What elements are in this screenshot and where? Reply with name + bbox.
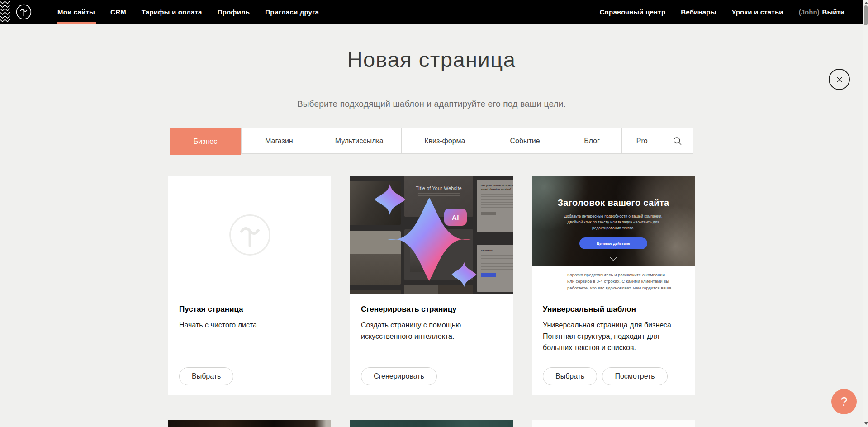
card-body: Сгенерировать страницу Создать страницу … xyxy=(350,294,513,395)
tab-multilink[interactable]: Мультиссылка xyxy=(317,128,402,153)
user-name: (John) xyxy=(799,8,820,16)
tab-pro[interactable]: Pro xyxy=(621,128,662,153)
template-card-partial[interactable] xyxy=(350,420,513,427)
template-category-tabs: Бизнес Магазин Мультиссылка Квиз-форма С… xyxy=(170,128,693,154)
secondary-nav: Справочный центр Вебинары Уроки и статьи… xyxy=(592,0,844,24)
tab-search[interactable] xyxy=(662,128,693,153)
main-nav: Мои сайты CRM Тарифы и оплата Профиль Пр… xyxy=(50,0,327,24)
zigzag-pattern xyxy=(0,0,10,24)
card-blank-page: Пустая страница Начать с чистого листа. … xyxy=(168,176,331,395)
triangle-up-icon xyxy=(864,2,868,4)
blank-page-preview[interactable] xyxy=(168,176,331,294)
close-button[interactable] xyxy=(829,69,850,90)
template-card-partial[interactable] xyxy=(532,420,695,427)
tab-blog[interactable]: Блог xyxy=(562,128,621,153)
template-cards-row: Пустая страница Начать с чистого листа. … xyxy=(168,176,695,395)
search-icon xyxy=(673,137,682,146)
card-universal-template: Заголовок вашего сайта Добавьте интересн… xyxy=(532,176,695,395)
nav-my-sites[interactable]: Мои сайты xyxy=(50,0,103,24)
card-description: Создать страницу с помощью искусственног… xyxy=(361,320,502,342)
page-subtitle: Выберите подходящий шаблон и адаптируйте… xyxy=(0,99,863,109)
nav-help-center[interactable]: Справочный центр xyxy=(592,0,674,24)
template-hero: Заголовок вашего сайта Добавьте интересн… xyxy=(532,176,695,266)
card-body: Универсальный шаблон Универсальная стран… xyxy=(532,294,695,395)
new-page-dialog: Новая страница Выберите подходящий шабло… xyxy=(0,49,863,427)
card-actions: Сгенерировать xyxy=(361,367,437,385)
card-description: Универсальная страница для бизнеса. Поня… xyxy=(543,320,684,353)
nav-tariffs-payment[interactable]: Тарифы и оплата xyxy=(134,0,210,24)
nav-crm[interactable]: CRM xyxy=(103,0,134,24)
select-button[interactable]: Выбрать xyxy=(543,367,597,385)
template-cta-button: Целевое действие xyxy=(579,237,647,249)
template-hero-title: Заголовок вашего сайта xyxy=(557,198,669,208)
tab-event[interactable]: Событие xyxy=(488,128,562,153)
nav-profile[interactable]: Профиль xyxy=(210,0,258,24)
tilda-logo-icon[interactable] xyxy=(16,4,32,20)
scroll-down-arrow[interactable] xyxy=(863,421,868,426)
card-ai-generate: Title of Your Website Get your house in … xyxy=(350,176,513,395)
top-navbar: Мои сайты CRM Тарифы и оплата Профиль Пр… xyxy=(0,0,863,24)
nav-webinars[interactable]: Вебинары xyxy=(673,0,724,24)
card-description: Начать с чистого листа. xyxy=(179,320,320,331)
tab-business[interactable]: Бизнес xyxy=(170,128,241,155)
template-card-partial[interactable] xyxy=(168,420,331,427)
universal-template-preview[interactable]: Заголовок вашего сайта Добавьте интересн… xyxy=(532,176,695,294)
select-button[interactable]: Выбрать xyxy=(179,367,233,385)
help-button[interactable]: ? xyxy=(831,389,857,414)
card-body: Пустая страница Начать с чистого листа. … xyxy=(168,294,331,395)
logout-link[interactable]: Выйти xyxy=(822,8,844,16)
tilda-logo-watermark-icon xyxy=(228,214,271,256)
scrollbar-thumb[interactable] xyxy=(864,5,868,25)
nav-lessons-articles[interactable]: Уроки и статьи xyxy=(724,0,791,24)
card-actions: Выбрать xyxy=(179,367,233,385)
close-icon xyxy=(835,75,844,84)
card-title: Универсальный шаблон xyxy=(543,305,684,314)
tab-store[interactable]: Магазин xyxy=(241,128,317,153)
chevron-down-icon xyxy=(610,257,617,261)
tilda-logo-glyph xyxy=(16,4,32,20)
page-title: Новая страница xyxy=(0,49,863,70)
tab-quiz-form[interactable]: Квиз-форма xyxy=(401,128,488,153)
triangle-down-icon xyxy=(864,422,868,425)
view-button[interactable]: Посмотреть xyxy=(602,367,667,385)
scroll-up-arrow[interactable] xyxy=(863,0,868,5)
card-title: Пустая страница xyxy=(179,305,320,314)
card-title: Сгенерировать страницу xyxy=(361,305,502,314)
nav-invite-friend[interactable]: Пригласи друга xyxy=(257,0,327,24)
user-box: (John) Выйти xyxy=(791,0,844,24)
ai-generate-preview[interactable]: Title of Your Website Get your house in … xyxy=(350,176,513,294)
next-templates-row xyxy=(168,420,695,427)
zigzag-icon xyxy=(0,0,10,24)
template-hero-subtitle: Добавьте интересные подробности о вашей … xyxy=(557,214,670,231)
ai-sparkle-icon xyxy=(350,176,513,294)
ai-badge: AI xyxy=(444,209,467,226)
template-body-text: Коротко представьтесь и расскажите о ком… xyxy=(567,272,672,294)
card-actions: Выбрать Посмотреть xyxy=(543,367,668,385)
template-body: Коротко представьтесь и расскажите о ком… xyxy=(532,266,695,294)
generate-button[interactable]: Сгенерировать xyxy=(361,367,437,385)
vertical-scrollbar[interactable] xyxy=(863,0,868,427)
